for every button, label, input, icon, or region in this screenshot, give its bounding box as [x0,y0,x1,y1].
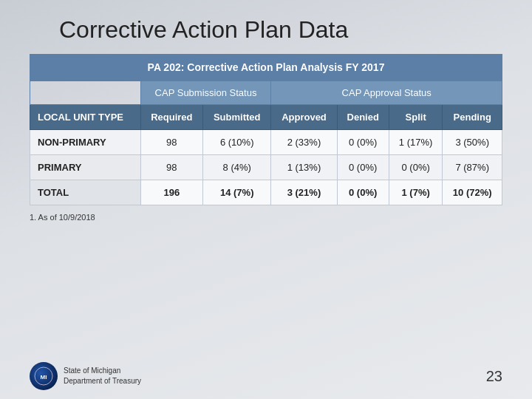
table-row-total: TOTAL 196 14 (7%) 3 (21%) 0 (0%) 1 (7%) … [30,180,502,205]
col-header-approved: Approved [271,105,337,130]
row-submitted-total: 14 (7%) [203,180,271,205]
footer-line2: Department of Treasury [64,376,141,386]
michigan-seal-icon: MI [34,366,53,386]
table-row: PRIMARY 98 8 (4%) 1 (13%) 0 (0%) 0 (0%) … [30,155,502,180]
col-header-pending: Pending [443,105,502,130]
table-row: NON-PRIMARY 98 6 (10%) 2 (33%) 0 (0%) 1 … [30,130,502,155]
page-number: 23 [486,368,502,385]
row-pending-primary: 7 (87%) [443,155,502,180]
row-submitted-non-primary: 6 (10%) [203,130,271,155]
footer-logo: MI State of Michigan Department of Treas… [30,362,141,390]
row-required-non-primary: 98 [140,130,202,155]
table-container: PA 202: Corrective Action Plan Analysis … [30,54,502,205]
row-split-primary: 0 (0%) [389,155,443,180]
row-type-total: TOTAL [30,180,141,205]
col-header-required: Required [140,105,202,130]
page-title: Corrective Action Plan Data [0,0,532,54]
row-split-total: 1 (7%) [389,180,443,205]
col-header-type: LOCAL UNIT TYPE [30,105,141,130]
row-type-primary: PRIMARY [30,155,141,180]
column-header-row: LOCAL UNIT TYPE Required Submitted Appro… [30,105,502,130]
subheader-empty [30,81,141,105]
footer: MI State of Michigan Department of Treas… [0,362,532,390]
row-denied-non-primary: 0 (0%) [337,130,389,155]
row-pending-non-primary: 3 (50%) [443,130,502,155]
main-header: PA 202: Corrective Action Plan Analysis … [30,54,502,81]
row-denied-primary: 0 (0%) [337,155,389,180]
cap-approval-header: CAP Approval Status [271,81,502,105]
svg-text:MI: MI [41,374,47,381]
row-denied-total: 0 (0%) [337,180,389,205]
data-table: CAP Submission Status CAP Approval Statu… [30,81,502,205]
row-approved-non-primary: 2 (33%) [271,130,337,155]
subheader-row: CAP Submission Status CAP Approval Statu… [30,81,502,105]
col-header-split: Split [389,105,443,130]
col-header-denied: Denied [337,105,389,130]
row-required-primary: 98 [140,155,202,180]
row-required-total: 196 [140,180,202,205]
state-logo: MI [30,362,58,390]
row-approved-primary: 1 (13%) [271,155,337,180]
row-approved-total: 3 (21%) [271,180,337,205]
col-header-submitted: Submitted [203,105,271,130]
footnote: 1. As of 10/9/2018 [30,213,502,222]
row-type-non-primary: NON-PRIMARY [30,130,141,155]
row-submitted-primary: 8 (4%) [203,155,271,180]
cap-submission-header: CAP Submission Status [140,81,271,105]
row-pending-total: 10 (72%) [443,180,502,205]
row-split-non-primary: 1 (17%) [389,130,443,155]
footer-text: State of Michigan Department of Treasury [64,366,141,386]
footer-line1: State of Michigan [64,366,141,376]
